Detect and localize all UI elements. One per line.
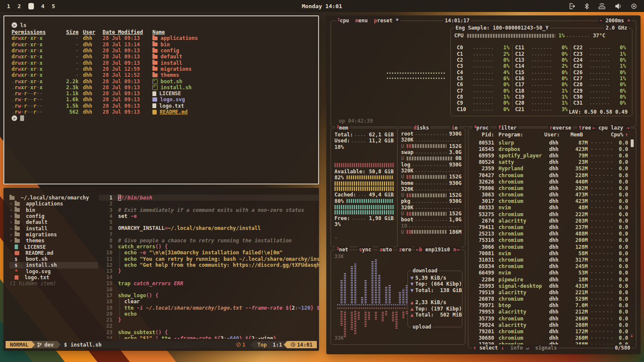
code-line[interactable]: 16 — [99, 287, 319, 293]
neovim-window[interactable]: ~/.local/share/omarchy› applications› bi… — [3, 188, 319, 351]
logout-icon[interactable] — [568, 3, 575, 9]
proc-filter-button[interactable]: filter — [497, 125, 518, 131]
process-row[interactable]: 70427chromiumdhh228M······0.0 — [472, 172, 628, 178]
process-row[interactable]: 79201chromiumdhh172M······0.0 — [472, 328, 628, 335]
process-row[interactable]: 2674alacrittydhh203M······0.0 — [472, 217, 628, 224]
code-line[interactable]: 2 — [99, 201, 319, 207]
tree-item-config[interactable]: › config — [9, 213, 99, 219]
code-line[interactable]: 15trap catch_errors ERR — [99, 281, 319, 287]
tree-item-README.md[interactable]: README.md — [9, 250, 99, 256]
chevron-right-icon[interactable]: › — [9, 201, 15, 207]
process-row[interactable]: 66499nvimdhh53M······0.0 — [472, 270, 628, 276]
process-row[interactable]: 31031chromiumdhh317M······0.0 — [472, 256, 628, 263]
process-row[interactable]: 3063chromiumdhh473M······0.0 — [472, 192, 628, 198]
chevron-right-icon[interactable]: › — [9, 238, 15, 244]
process-row[interactable]: 17020chromiumdhh288M······0.0 — [472, 341, 628, 344]
network-icon[interactable] — [598, 3, 606, 9]
tree-item-LICENSE[interactable]: LICENSE — [9, 244, 99, 250]
process-row[interactable]: 79824alacrittydhh208M······0.0 — [472, 322, 628, 328]
tree-item-bin[interactable]: › bin — [9, 207, 99, 213]
process-row[interactable]: 65834chromiumdhh245M······0.0 — [472, 263, 628, 270]
code-line[interactable]: 4set -e — [99, 213, 319, 219]
process-row[interactable]: 69959spotify_playerdhh79M······0.0 — [472, 152, 628, 159]
process-row[interactable]: 25213chromiumdhh488M······0.0 — [472, 231, 628, 237]
process-row[interactable]: 26078chromiumdhh529M······0.0 — [472, 296, 628, 302]
btop-window[interactable]: 1cpu menu preset * 14:01:17 - 2000ms + E… — [326, 15, 641, 354]
code-line[interactable]: 9catch_errors() { — [99, 244, 319, 250]
net-sync-button[interactable]: sync — [358, 247, 373, 253]
code-line[interactable]: 11│ echo "You can retry by running: bash… — [99, 256, 319, 262]
code-line[interactable]: 10│ echo -e "\n\e[31mOmarchy installatio… — [99, 250, 319, 256]
workspace-2[interactable]: 2 — [18, 3, 21, 9]
tree-item-default[interactable]: › default — [9, 219, 99, 225]
net-zero-button[interactable]: zero — [398, 247, 413, 253]
net-auto-button[interactable]: auto — [378, 247, 393, 253]
proc-footer-keys[interactable]: ↑ select ↓ info ↵ signals — [472, 345, 558, 351]
process-row[interactable]: 2359Hyprlanddhh352M······0.0 — [472, 166, 628, 172]
menu-button[interactable]: menu — [355, 18, 368, 24]
net-box-title[interactable]: 3net — [335, 247, 349, 253]
proc-scrollbar[interactable] — [631, 139, 634, 147]
chevron-right-icon[interactable]: › — [9, 213, 15, 219]
proc-header-row[interactable]: Pid: Program: User: MemB Cpu% ↑ — [472, 132, 628, 138]
cpu-box-title[interactable]: 1cpu menu preset * — [336, 18, 400, 24]
mem-box-title[interactable]: 2mem — [335, 125, 349, 131]
process-row[interactable]: 35739chromiumdhh266M······0.0 — [472, 315, 628, 322]
process-row[interactable]: 25993signal-desktopdhh431M······0.0 — [472, 283, 628, 289]
code-line[interactable]: 13} — [99, 268, 319, 274]
process-row[interactable]: 79971btopdhh7.0M······0.0 — [472, 302, 628, 309]
process-row[interactable]: 79519alacrittydhh221M······0.0 — [472, 289, 628, 296]
workspace-5[interactable]: 5 — [52, 3, 55, 9]
settings-icon[interactable] — [631, 3, 637, 9]
scroll-down-icon[interactable]: ↓ — [630, 332, 633, 338]
workspace-1[interactable]: 1 — [7, 3, 10, 9]
process-list[interactable]: 80531slurpdhh87M······0.016545dropboxdhh… — [472, 139, 628, 344]
code-line[interactable]: 14 — [99, 274, 319, 280]
chevron-right-icon[interactable]: › — [9, 207, 15, 213]
code-line[interactable]: 22 — [99, 323, 319, 329]
disks-io-toggle[interactable]: io — [450, 125, 459, 131]
chevron-right-icon[interactable]: › — [9, 232, 15, 238]
process-row[interactable]: 53275chromiumdhh222M······0.0 — [472, 211, 628, 217]
code-line[interactable]: 23show_subtext() { — [99, 329, 319, 335]
code-line[interactable]: 19│ tte -i ~/.local/share/omarchy/logo.t… — [99, 305, 319, 311]
chevron-right-icon[interactable]: › — [9, 226, 15, 232]
process-row[interactable]: 79411chromiumdhh237M······0.0 — [472, 224, 628, 230]
process-row[interactable]: 16545dropboxdhh423M······0.0 — [472, 146, 628, 152]
process-row[interactable]: 70081nvimdhh58M······0.0 — [472, 250, 628, 256]
process-row[interactable]: 80531slurpdhh87M······0.0 — [472, 139, 628, 146]
code-line[interactable]: 20│ echo — [99, 311, 319, 317]
tree-item-logo.txt[interactable]: logo.txt — [9, 275, 99, 281]
tree-item-themes[interactable]: › themes — [9, 238, 99, 244]
terminal-window-ls[interactable]: > ls PermissionsSizeUserDate ModifiedNam… — [3, 15, 319, 184]
code-editor[interactable]: 1#!/bin/bash23# Exit immediately if a co… — [99, 188, 319, 339]
process-row[interactable]: 32626chromiumdhh440M······0.0 — [472, 178, 628, 185]
workspace-4[interactable]: 4 — [41, 3, 45, 9]
code-line[interactable]: 5 — [99, 219, 319, 225]
disks-box-title[interactable]: disks — [412, 125, 430, 131]
process-row[interactable]: 79953alacrittydhh212M······0.0 — [472, 309, 628, 315]
tree-item-logo.svg[interactable]: * logo.svg — [9, 268, 99, 275]
code-line[interactable]: 7 — [99, 232, 319, 238]
net-interface[interactable]: ←b enp191s0 n→ — [415, 247, 461, 253]
tree-item-applications[interactable]: › applications — [9, 201, 99, 207]
process-row[interactable]: 3066chromiumdhh128M······0.0 — [472, 244, 628, 250]
tree-root[interactable]: ~/.local/share/omarchy — [9, 195, 99, 201]
preset-button[interactable]: preset * — [374, 18, 399, 24]
workspace-3[interactable] — [28, 3, 34, 9]
code-line[interactable]: 18│ clear — [99, 299, 319, 305]
code-line[interactable]: 8# Give people a chance to retry running… — [99, 238, 319, 244]
proc-reverse-button[interactable]: reverse — [548, 125, 573, 131]
code-line[interactable]: 17show_logo() { — [99, 293, 319, 299]
code-line[interactable]: 21} — [99, 317, 319, 323]
chevron-right-icon[interactable]: › — [9, 219, 15, 225]
process-row[interactable]: 30680chromiumdhh260M······0.0 — [472, 335, 628, 341]
proc-box-title[interactable]: 4proc — [473, 125, 490, 131]
tree-item-install[interactable]: › install — [9, 225, 99, 231]
update-interval[interactable]: - 2000ms + — [598, 18, 632, 24]
git-branch-segment[interactable]: dev — [31, 341, 61, 348]
tree-item-migrations[interactable]: › migrations — [9, 232, 99, 238]
proc-sort-selector[interactable]: ← cpu lazy → — [591, 125, 631, 131]
volume-icon[interactable] — [615, 3, 622, 9]
process-row[interactable]: 3017chromiumdhh423M······0.0 — [472, 198, 628, 205]
